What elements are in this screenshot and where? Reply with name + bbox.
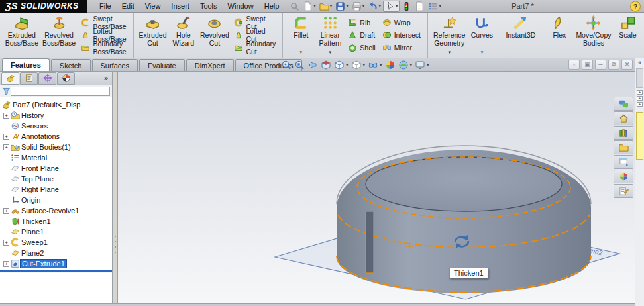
filter-input[interactable]	[11, 87, 110, 96]
search-button[interactable]	[288, 1, 301, 12]
options-button[interactable]: ▾	[427, 1, 443, 12]
curves-button[interactable]: Curves▾	[467, 14, 496, 56]
instant3d-button[interactable]: Instant3D	[504, 14, 537, 56]
expand-icon[interactable]: +	[3, 134, 9, 140]
reference-geometry-button[interactable]: Reference Geometry▾	[431, 14, 467, 56]
menu-edit[interactable]: Edit	[117, 1, 140, 11]
revolved-cut-button[interactable]: Revolved Cut	[198, 14, 231, 56]
tree-item-surface-revolve1[interactable]: +Surface-Revolve1	[0, 205, 112, 216]
splitter-handle[interactable]	[114, 236, 117, 262]
tree-item-front-plane[interactable]: Front Plane	[0, 163, 112, 174]
view-palette-button[interactable]	[614, 155, 633, 169]
pane-right-button[interactable]: ▣	[582, 60, 593, 70]
menu-view[interactable]: View	[140, 1, 166, 11]
tree-root-item[interactable]: Part7 (Default<_Disp	[0, 99, 112, 110]
flex-button[interactable]: Flex	[545, 14, 574, 56]
tree-item-material-not-specified[interactable]: Material	[0, 152, 112, 163]
tree-item-thicken1[interactable]: Thicken1	[0, 216, 112, 227]
view-settings-button[interactable]: ▾	[415, 59, 429, 70]
solidworks-resources-button[interactable]	[614, 111, 633, 125]
custom-properties-button[interactable]	[614, 184, 633, 198]
collapse-chevron-icon[interactable]: «	[635, 58, 644, 66]
tree-item-history[interactable]: +History	[0, 110, 112, 121]
tab-sketch[interactable]: Sketch	[51, 59, 91, 71]
menu-help[interactable]: Help	[259, 1, 285, 11]
tree-item-annotations[interactable]: +AAnnotations	[0, 131, 112, 142]
design-library-button[interactable]	[614, 126, 633, 140]
expand-icon[interactable]: +	[3, 113, 9, 119]
sliver-expand-box[interactable]: +	[637, 90, 643, 95]
dropdown-caret-icon[interactable]: ▾	[448, 50, 451, 55]
menu-file[interactable]: File	[94, 1, 117, 11]
linear-pattern-button[interactable]: Linear Pattern▾	[315, 14, 345, 56]
slot-cut[interactable]	[366, 211, 374, 273]
extruded-cut-button[interactable]: Extruded Cut	[137, 14, 169, 56]
tab-feature-manager-tree[interactable]	[1, 72, 19, 85]
draft-button[interactable]: Draft	[347, 30, 376, 41]
new-document-button[interactable]: ▾	[301, 1, 317, 12]
tree-item-plane1[interactable]: Plane1	[0, 227, 112, 237]
minimize-button[interactable]: ─	[595, 60, 606, 70]
scale-button[interactable]: Scale	[613, 14, 642, 56]
panel-overflow-chevron[interactable]: »	[104, 74, 108, 82]
move-copy-bodies-button[interactable]: Move/Copy Bodies	[574, 14, 613, 56]
menu-window[interactable]: Window	[223, 1, 259, 11]
shell-button[interactable]: Shell	[347, 42, 376, 54]
zoom-to-fit-button[interactable]	[281, 59, 292, 70]
section-view-button[interactable]	[321, 59, 331, 70]
apply-scene-button[interactable]: ▾	[398, 59, 413, 70]
model-top-face[interactable]	[366, 157, 562, 211]
hole-wizard-button[interactable]: Hole Wizard	[168, 14, 198, 56]
dropdown-caret-icon[interactable]: ▾	[329, 50, 332, 55]
hide-show-items-button[interactable]: ▾	[368, 59, 382, 70]
tab-features[interactable]: Features	[2, 58, 50, 71]
edit-appearance-button[interactable]	[385, 59, 396, 70]
rebuild-button[interactable]	[400, 1, 413, 12]
swept-boss-base-button[interactable]: Swept Boss/Base	[80, 17, 127, 28]
revolved-boss-base-button[interactable]: Revolved Boss/Base	[40, 14, 78, 56]
fillet-button[interactable]: Fillet▾	[286, 14, 315, 56]
tab-property-manager[interactable]	[20, 72, 38, 85]
rollback-bar[interactable]	[0, 270, 112, 272]
file-explorer-button[interactable]	[614, 140, 633, 154]
previous-view-button[interactable]	[307, 59, 318, 70]
sliver-expand-box[interactable]: +	[637, 102, 643, 107]
rib-button[interactable]: Rib	[347, 17, 376, 28]
sliver-expand-box[interactable]: +	[637, 96, 643, 101]
tree-item-solid-bodies-1[interactable]: +Solid Bodies(1)	[0, 142, 112, 152]
dropdown-caret-icon[interactable]: ▾	[481, 50, 484, 55]
expand-icon[interactable]: +	[3, 208, 9, 214]
open-button[interactable]: ▾	[318, 1, 334, 12]
tab-surfaces[interactable]: Surfaces	[92, 59, 138, 71]
display-style-button[interactable]: ▾	[351, 59, 366, 70]
print-button[interactable]: ▾	[350, 1, 366, 12]
lofted-cut-button[interactable]: Lofted Cut	[233, 30, 277, 41]
file-properties-button[interactable]	[413, 1, 426, 12]
tab-dimxpert[interactable]: DimXpert	[186, 59, 234, 71]
dropdown-caret-icon[interactable]: ▾	[300, 50, 303, 55]
intersect-button[interactable]: Intersect	[381, 30, 422, 41]
tree-item-top-plane[interactable]: Top Plane	[0, 174, 112, 184]
tree-item-right-plane[interactable]: Right Plane	[0, 184, 112, 195]
extruded-boss-base-button[interactable]: Extruded Boss/Base	[3, 14, 40, 56]
expand-icon[interactable]: +	[3, 261, 9, 267]
boundary-cut-button[interactable]: Boundary Cut	[233, 42, 277, 54]
undo-button[interactable]: ▾	[366, 1, 382, 12]
appearances-button[interactable]	[614, 170, 633, 183]
menu-insert[interactable]: Insert	[166, 1, 195, 11]
swept-cut-button[interactable]: Swept Cut	[233, 17, 277, 28]
expand-icon[interactable]: +	[3, 240, 9, 246]
save-button[interactable]: ▾	[334, 1, 350, 12]
tab-display-manager[interactable]	[57, 72, 75, 85]
expand-icon[interactable]: +	[3, 144, 9, 150]
tab-evaluate[interactable]: Evaluate	[139, 59, 185, 71]
boundary-boss-base-button[interactable]: Boundary Boss/Base	[80, 42, 127, 54]
menu-tools[interactable]: Tools	[195, 1, 223, 11]
tab-configuration-manager[interactable]	[38, 72, 56, 85]
tree-item-sweep1[interactable]: +Sweep1	[0, 237, 112, 248]
solidworks-forum-button[interactable]	[614, 97, 633, 111]
zoom-to-area-button[interactable]	[294, 59, 305, 70]
mirror-button[interactable]: Mirror	[381, 42, 422, 54]
tree-item-cut-extrude1[interactable]: +Cut-Extrude1	[0, 258, 112, 269]
lofted-boss-base-button[interactable]: Lofted Boss/Base	[80, 30, 127, 41]
